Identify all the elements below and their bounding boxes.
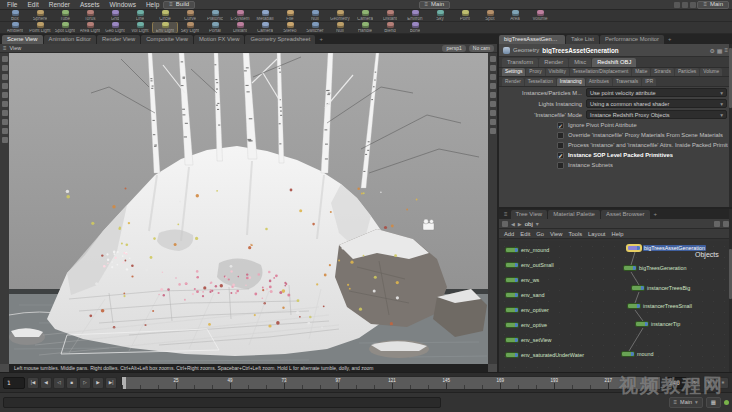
playbar-options-button[interactable]: ▾ (703, 377, 715, 389)
tab-attributes[interactable]: Attributes (586, 78, 612, 86)
shelf-tool-geometry[interactable]: Geometry (328, 10, 352, 21)
shelf-tool-file[interactable]: File (278, 10, 302, 21)
forward-icon[interactable]: ▶ (518, 221, 522, 227)
pane-tab-composite-view[interactable]: Composite View (141, 35, 193, 44)
pane-tab-performance-monitor[interactable]: Performance Monitor (600, 35, 664, 44)
shelf-tool-point-light[interactable]: Point Light (28, 22, 52, 33)
pane-menu-icon[interactable]: ≡ (3, 45, 7, 51)
desktop-selector[interactable]: ≡ Build (163, 1, 195, 9)
back-icon[interactable]: ◀ (511, 221, 515, 227)
param-dropdown[interactable]: Instance Redshift Proxy Objects▾ (586, 110, 727, 119)
loop-mode-button[interactable]: ↻ (689, 377, 701, 389)
viewport-tool-icon[interactable] (2, 92, 8, 98)
menu-file[interactable]: File (3, 1, 21, 8)
shelf-tool-sky[interactable]: Sky (428, 10, 452, 21)
tab-misc[interactable]: Misc (569, 58, 591, 67)
shelf-tool-camera[interactable]: Camera (253, 22, 277, 33)
node-instancertreessmall[interactable]: instancerTreesSmall (627, 303, 692, 309)
shelf-tool-point[interactable]: Point (453, 10, 477, 21)
node-instancertreesbig[interactable]: instancerTreesBig (631, 285, 690, 291)
network-menu-help[interactable]: Help (611, 231, 623, 237)
shelf-tool-platonic[interactable]: Platonic (203, 10, 227, 21)
shelf-tool-metaball[interactable]: Metaball (253, 10, 277, 21)
shelf-tool-circle[interactable]: Circle (153, 10, 177, 21)
viewport-tool-icon[interactable] (2, 56, 8, 62)
node-env-ws[interactable]: env_ws (505, 277, 539, 283)
tab-render[interactable]: Render (502, 78, 524, 86)
shelf-tool-distant[interactable]: Distant (378, 10, 402, 21)
shelf-tool-env-light[interactable]: Env Light (153, 22, 177, 33)
viewport-tool-icon[interactable] (2, 110, 8, 116)
shelf-tool-spot-light[interactable]: Spot Light (53, 22, 77, 33)
shelf-tool-geo-light[interactable]: Geo Light (103, 22, 127, 33)
end-frame-field[interactable]: 240 (665, 377, 687, 389)
shelf-tool-null[interactable]: Null (303, 10, 327, 21)
network-menu-tools[interactable]: Tools (569, 231, 583, 237)
tab-particles[interactable]: Particles (675, 68, 699, 76)
node-env-setview[interactable]: env_setView (505, 337, 551, 343)
tab-volume[interactable]: Volume (700, 68, 722, 76)
network-pane-tab-asset-browser[interactable]: Asset Browser (601, 210, 650, 219)
tab-traversals[interactable]: Traversals (613, 78, 641, 86)
toolbar-icon[interactable] (690, 2, 696, 8)
step-forward-button[interactable]: ▷ (79, 377, 91, 389)
node-env-optive[interactable]: env_optive (505, 322, 547, 328)
pin-icon[interactable] (502, 221, 508, 227)
pane-tab-render-view[interactable]: Render View (97, 35, 140, 44)
new-pane-tab-button[interactable]: + (651, 210, 661, 219)
tab-redshift-obj[interactable]: Redshift OBJ (592, 58, 636, 67)
shelf-tool-l-system[interactable]: L-System (228, 10, 252, 21)
desktop-tab-main[interactable]: ≡ Main (419, 1, 451, 9)
camera-selector-pill[interactable]: No cam (469, 45, 494, 52)
shelf-tool-spot[interactable]: Spot (478, 10, 502, 21)
new-pane-tab-button[interactable]: + (665, 35, 674, 44)
message-field[interactable] (3, 397, 441, 408)
shelf-tool-environ[interactable]: Environ (403, 10, 427, 21)
step-back-button[interactable]: ◁ (53, 377, 65, 389)
hamburger-icon[interactable]: ≡ (724, 47, 728, 54)
menu-assets[interactable]: Assets (76, 1, 104, 8)
stop-button[interactable]: ■ (66, 377, 78, 389)
network-path[interactable]: obj (525, 221, 533, 227)
tab-tessellation[interactable]: Tessellation (525, 78, 556, 86)
desktop-tab-right[interactable]: ≡ Main (697, 1, 729, 9)
shelf-tool-ambient[interactable]: Ambient (3, 22, 27, 33)
shelf-tool-line[interactable]: Line (128, 10, 152, 21)
network-pane-tab-material-palette[interactable]: Material Palette (548, 210, 600, 219)
shelf-tool-volume[interactable]: Volume (528, 10, 552, 21)
network-menu-add[interactable]: Add (504, 231, 514, 237)
viewport-tool-icon[interactable] (2, 65, 8, 71)
shelf-tool-blend[interactable]: Blend (378, 22, 402, 33)
jump-to-start-button[interactable]: |◀ (27, 377, 39, 389)
playbar-menu-button[interactable]: ≡ (717, 377, 729, 389)
shelf-tool-portal[interactable]: Portal (203, 22, 227, 33)
viewport-tool-icon[interactable] (490, 92, 496, 98)
tab-ipr[interactable]: IPR (642, 78, 656, 86)
jump-to-end-button[interactable]: ▶| (105, 377, 117, 389)
viewport-tool-icon[interactable] (490, 83, 496, 89)
pane-tab-animation-editor[interactable]: Animation Editor (44, 35, 97, 44)
view-name-pill[interactable]: persp1 (442, 45, 465, 52)
checkbox[interactable] (557, 162, 564, 169)
menu-edit[interactable]: Edit (23, 1, 42, 8)
network-pane-tab-tree-view[interactable]: Tree View (511, 210, 548, 219)
viewport-tool-icon[interactable] (2, 83, 8, 89)
timeline-ruler[interactable]: 25497397121145169193217 (121, 376, 661, 390)
shelf-tool-null[interactable]: Null (328, 22, 352, 33)
checkbox[interactable]: ✓ (557, 152, 564, 159)
shelf-tool-area[interactable]: Area (503, 10, 527, 21)
new-pane-tab-button[interactable]: + (316, 35, 325, 44)
shelf-tool-handle[interactable]: Handle (353, 22, 377, 33)
node-env-optiver[interactable]: env_optiver (505, 307, 549, 313)
tab-proxy[interactable]: Proxy (526, 68, 544, 76)
current-frame-field[interactable]: 1 (3, 377, 25, 389)
menu-help[interactable]: Help (142, 1, 163, 8)
shelf-tool-switcher[interactable]: Switcher (303, 22, 327, 33)
param-dropdown[interactable]: Using a common shared shader▾ (586, 99, 727, 108)
play-reverse-button[interactable]: ◀ (40, 377, 52, 389)
param-dropdown[interactable]: Use point velocity attribute▾ (586, 88, 727, 97)
shelf-tool-distant[interactable]: Distant (228, 22, 252, 33)
node-bigtreesgeneration[interactable]: bigTreesGeneration (623, 265, 686, 271)
node-instancertip[interactable]: instancerTip (635, 321, 680, 327)
pane-tab-geometry-spreadsheet[interactable]: Geometry Spreadsheet (245, 35, 315, 44)
